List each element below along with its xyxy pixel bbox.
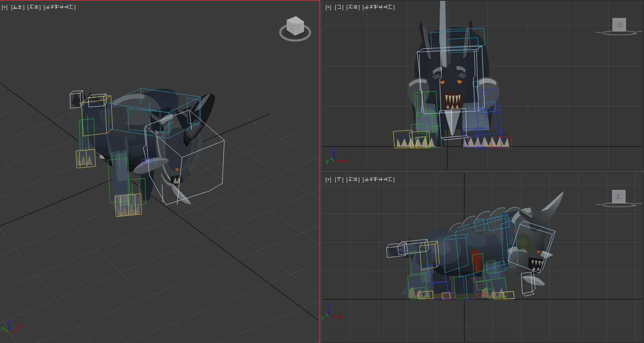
svg-text:[: [ [335, 177, 337, 183]
svg-text:]: ] [358, 177, 360, 183]
svg-text:]: ] [74, 4, 75, 10]
svg-text:Z: Z [332, 147, 335, 152]
svg-text:]: ] [393, 4, 395, 10]
svg-text:]: ] [358, 4, 360, 10]
svg-text:[: [ [335, 4, 337, 10]
svg-text:]: ] [39, 4, 41, 10]
svg-text:y: y [1, 325, 4, 330]
svg-text:X: X [344, 159, 348, 164]
svg-text:y: y [326, 159, 329, 164]
svg-text:[: [ [346, 4, 348, 10]
svg-text:[: [ [27, 4, 29, 10]
svg-text:]: ] [342, 177, 343, 183]
svg-text:y: y [322, 315, 324, 320]
svg-text:X: X [339, 315, 343, 320]
svg-text:Z: Z [328, 303, 331, 308]
svg-text:]: ] [342, 4, 343, 10]
svg-text:Z: Z [8, 319, 11, 324]
svg-text:[: [ [363, 4, 364, 10]
svg-text:]: ] [23, 4, 24, 10]
svg-text:]: ] [393, 177, 395, 183]
svg-text:[: [ [44, 4, 45, 10]
svg-text:[: [ [346, 177, 348, 183]
svg-text:[+]: [+] [325, 4, 331, 10]
svg-text:[+]: [+] [2, 4, 8, 10]
svg-text:[: [ [363, 177, 364, 183]
svg-text:X: X [18, 323, 21, 328]
svg-text:[+]: [+] [325, 177, 331, 183]
svg-text:[: [ [11, 4, 13, 10]
